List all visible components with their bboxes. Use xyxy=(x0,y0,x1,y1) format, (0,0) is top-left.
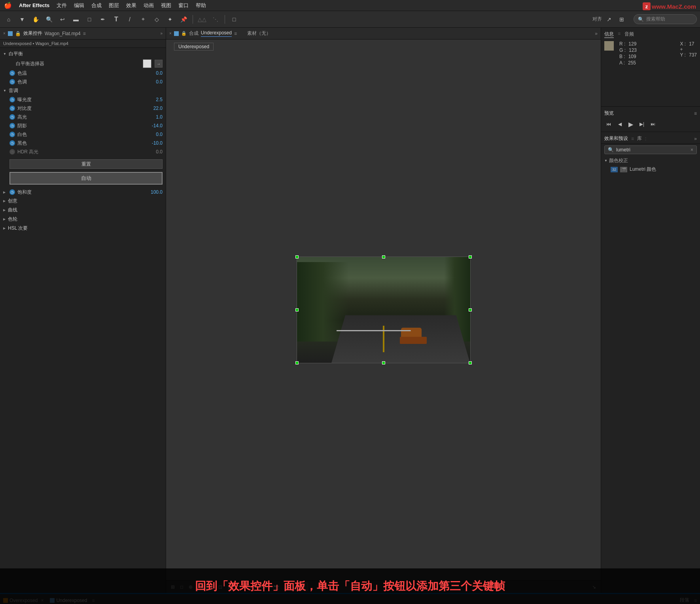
ep-expand[interactable]: » xyxy=(694,136,697,142)
text-tool[interactable]: T xyxy=(111,14,122,25)
effect-row-color-tint: ◷ 色调 0.0 xyxy=(0,77,166,86)
clock-icon-contrast[interactable]: ◷ xyxy=(9,106,15,111)
tab-info[interactable]: 信息 xyxy=(604,31,614,38)
section-white-balance-header[interactable]: ▼ 白平衡 xyxy=(0,49,166,59)
triangle-white-balance: ▼ xyxy=(3,52,6,56)
sel-handle-bl[interactable] xyxy=(295,361,299,364)
clock-icon-exposure[interactable]: ◷ xyxy=(9,97,15,102)
car-body xyxy=(400,337,427,344)
snap-toggle[interactable]: □ xyxy=(229,14,240,25)
select-tool[interactable]: ▼ xyxy=(17,14,28,25)
section-creative-header[interactable]: ▶ 创意 xyxy=(0,196,166,206)
menu-effects[interactable]: 效果 xyxy=(126,2,136,9)
sel-handle-ml[interactable] xyxy=(295,308,299,311)
menu-view[interactable]: 视图 xyxy=(161,2,171,9)
sel-handle-br[interactable] xyxy=(469,361,472,364)
ep-clear-icon[interactable]: × xyxy=(691,147,693,153)
value-whites[interactable]: 0.0 xyxy=(143,132,163,137)
ep-tab-effects[interactable]: 效果和预设 xyxy=(604,135,628,142)
preview-first-frame[interactable]: ⏮ xyxy=(604,120,613,128)
grid-button[interactable]: ⊞ xyxy=(616,14,627,25)
brush-tool[interactable]: / xyxy=(124,14,135,25)
clock-icon-highlights[interactable]: ◷ xyxy=(9,114,15,120)
ep-color-section-header[interactable]: ▼ 颜色校正 xyxy=(604,157,697,165)
sel-handle-bm[interactable] xyxy=(382,361,385,364)
tab-audio[interactable]: 音频 xyxy=(624,31,634,38)
shape-tool[interactable]: ▬ xyxy=(70,14,81,25)
sel-handle-tr[interactable] xyxy=(469,255,472,259)
ep-tab-library[interactable]: 库 xyxy=(637,135,642,142)
align-button[interactable]: ↗ xyxy=(604,14,615,25)
menu-window[interactable]: 窗口 xyxy=(178,2,189,9)
caption-bar: 回到「效果控件」面板，单击「自动」按钮以添加第三个关键帧 xyxy=(0,568,700,604)
apple-menu[interactable]: 🍎 xyxy=(4,2,12,9)
sel-handle-mr[interactable] xyxy=(469,308,472,311)
value-saturation[interactable]: 100.0 xyxy=(143,189,163,195)
clock-icon-color-tint[interactable]: ◷ xyxy=(9,79,15,85)
comp-expand[interactable]: » xyxy=(595,31,598,36)
clock-icon-saturation[interactable]: ◷ xyxy=(9,189,15,195)
comp-close[interactable]: × xyxy=(169,31,172,36)
value-shadows[interactable]: -14.0 xyxy=(143,123,163,128)
white-balance-arrow[interactable]: → xyxy=(155,60,163,68)
preview-menu[interactable]: ≡ xyxy=(694,111,697,116)
eraser-tool[interactable]: ◇ xyxy=(151,14,162,25)
ep-sep: ≡ xyxy=(631,136,634,142)
value-highlights[interactable]: 1.0 xyxy=(143,114,163,120)
zoom-tool[interactable]: 🔍 xyxy=(44,14,55,25)
motion-blur[interactable]: △△ xyxy=(197,14,208,25)
roto-tool[interactable]: 📌 xyxy=(178,14,189,25)
clock-icon-whites[interactable]: ◷ xyxy=(9,132,15,137)
menu-edit[interactable]: 编辑 xyxy=(74,2,84,9)
panel-expand-icon[interactable]: » xyxy=(160,31,163,36)
ep-lumetri-item[interactable]: 32 🎬 Lumetri 颜色 xyxy=(604,165,697,174)
value-blacks[interactable]: -10.0 xyxy=(143,140,163,146)
info-r-row: R : 129 xyxy=(619,41,637,47)
panel-tab-label[interactable]: 效果控件 xyxy=(23,30,42,37)
value-exposure[interactable]: 2.5 xyxy=(143,97,163,102)
puppet-tool[interactable]: ✦ xyxy=(165,14,176,25)
section-curves: ▶ 曲线 xyxy=(0,206,166,215)
sel-handle-tl[interactable] xyxy=(295,255,299,259)
comp-main-tab[interactable]: 合成 xyxy=(189,30,199,37)
pen-tool[interactable]: ✒ xyxy=(97,14,108,25)
section-hsl-header[interactable]: ▶ HSL 次要 xyxy=(0,224,166,233)
section-curves-header[interactable]: ▶ 曲线 xyxy=(0,206,166,215)
value-color-temp[interactable]: 0.0 xyxy=(143,70,163,76)
panel-close[interactable]: × xyxy=(3,31,6,36)
menu-file[interactable]: 文件 xyxy=(57,2,67,9)
clock-icon-color-temp[interactable]: ◷ xyxy=(9,70,15,76)
graph-editor[interactable]: ⋱ xyxy=(210,14,221,25)
auto-button[interactable]: 自动 xyxy=(9,172,163,185)
section-color-wheel-header[interactable]: ▶ 色轮 xyxy=(0,215,166,224)
ep-search-input[interactable] xyxy=(616,147,672,153)
comp-active-tab[interactable]: Underexposed xyxy=(201,30,232,37)
app-name[interactable]: After Effects xyxy=(19,2,49,8)
preview-last-frame[interactable]: ⏭ xyxy=(649,120,657,128)
info-g-value: 123 xyxy=(629,47,637,53)
menu-layer[interactable]: 图层 xyxy=(109,2,119,9)
value-color-tint[interactable]: 0.0 xyxy=(143,79,163,85)
undo-tool[interactable]: ↩ xyxy=(57,14,68,25)
value-contrast[interactable]: 22.0 xyxy=(143,106,163,111)
hand-tool[interactable]: ✋ xyxy=(30,14,41,25)
menu-animate[interactable]: 动画 xyxy=(144,2,154,9)
panel-icon-square xyxy=(8,31,13,36)
reset-button[interactable]: 重置 xyxy=(9,159,163,169)
rect-tool[interactable]: □ xyxy=(84,14,95,25)
white-balance-swatch[interactable] xyxy=(143,59,151,68)
preview-step-fwd[interactable]: ▶| xyxy=(638,120,646,128)
preview-step-back[interactable]: ◀ xyxy=(615,120,624,128)
clock-icon-blacks[interactable]: ◷ xyxy=(9,140,15,146)
clone-tool[interactable]: ⌖ xyxy=(138,14,149,25)
clock-icon-shadows[interactable]: ◷ xyxy=(9,123,15,128)
triangle-saturation: ▶ xyxy=(3,191,6,194)
menu-compose[interactable]: 合成 xyxy=(91,2,102,9)
sel-handle-tm[interactable] xyxy=(382,255,385,259)
menu-help[interactable]: 帮助 xyxy=(196,2,206,9)
section-tone: ▼ 音调 ◷ 曝光度 2.5 ◷ 对比度 22.0 ◷ 高 xyxy=(0,86,166,188)
comp-material: 素材（无） xyxy=(247,30,271,37)
home-button[interactable]: ⌂ xyxy=(3,14,14,25)
section-tone-header[interactable]: ▼ 音调 xyxy=(0,86,166,95)
preview-play[interactable]: ▶ xyxy=(626,120,635,128)
